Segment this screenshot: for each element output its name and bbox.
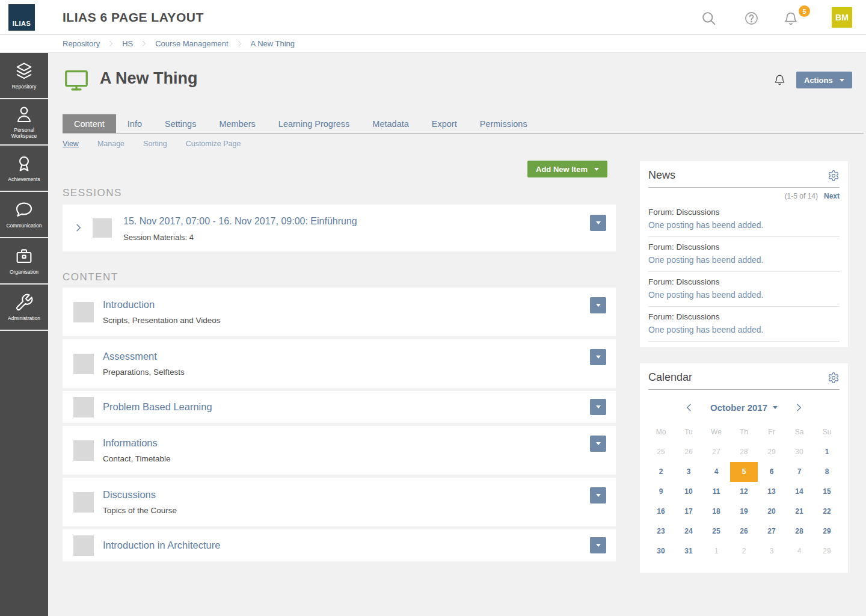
tab[interactable]: Permissions [468, 114, 539, 133]
calendar-day-cell[interactable]: 18 [702, 502, 730, 522]
content-title-link[interactable]: Introduction [103, 299, 221, 310]
calendar-day-cell[interactable]: 2 [647, 462, 675, 482]
calendar-day-cell[interactable]: 2 [730, 541, 758, 561]
user-avatar[interactable]: BM [832, 7, 852, 28]
content-title-link[interactable]: Discussions [103, 489, 177, 500]
breadcrumb-item-course-management[interactable]: Course Management [155, 39, 228, 48]
news-posting-link[interactable]: One posting has beend added. [648, 255, 840, 265]
content-title-link[interactable]: Problem Based Learning [103, 401, 212, 413]
sidebar-item[interactable]: Repository [0, 53, 48, 99]
help-icon[interactable] [744, 11, 759, 26]
calendar-day-header: Su [813, 422, 841, 442]
calendar-day-cell[interactable]: 12 [730, 482, 758, 502]
calendar-day-cell[interactable]: 29 [758, 442, 785, 462]
calendar-day-cell[interactable]: 31 [675, 541, 702, 561]
breadcrumb-item-repository[interactable]: Repository [63, 39, 100, 48]
calendar-day-cell[interactable]: 28 [785, 522, 813, 541]
subtab[interactable]: Customize Page [186, 140, 241, 148]
calendar-day-cell[interactable]: 29 [813, 541, 841, 561]
calendar-day-cell[interactable]: 16 [647, 502, 675, 522]
calendar-prev-month-icon[interactable] [684, 402, 694, 413]
search-icon[interactable] [701, 10, 717, 26]
calendar-day-cell[interactable]: 29 [813, 522, 841, 541]
tab[interactable]: Settings [153, 114, 207, 133]
breadcrumb-item-hs[interactable]: HS [122, 39, 133, 48]
calendar-day-cell[interactable]: 23 [647, 522, 675, 541]
news-next-link[interactable]: Next [824, 192, 840, 200]
tab[interactable]: Content [63, 114, 116, 133]
news-posting-link[interactable]: One posting has beend added. [648, 220, 840, 230]
calendar-month-selector[interactable]: October 2017 [710, 402, 778, 413]
news-posting-link[interactable]: One posting has beend added. [648, 290, 840, 300]
tab[interactable]: Export [420, 114, 468, 133]
calendar-day-cell[interactable]: 19 [730, 502, 758, 522]
calendar-day-cell[interactable]: 8 [813, 462, 841, 482]
calendar-day-cell[interactable]: 20 [758, 502, 785, 522]
calendar-day-cell[interactable]: 6 [758, 462, 785, 482]
subtab[interactable]: View [63, 140, 79, 148]
calendar-day-cell[interactable]: 30 [647, 541, 675, 561]
calendar-day-cell[interactable]: 24 [675, 522, 702, 541]
tab[interactable]: Learning Progress [267, 114, 361, 133]
actions-button[interactable]: Actions [796, 72, 852, 88]
content-dropdown-button[interactable] [590, 537, 606, 553]
calendar-day-cell[interactable]: 4 [702, 462, 730, 482]
sidebar-item[interactable]: Communication [0, 192, 48, 238]
calendar-day-cell[interactable]: 17 [675, 502, 702, 522]
calendar-day-cell[interactable]: 26 [675, 442, 702, 462]
subtab[interactable]: Manage [97, 140, 124, 148]
expand-chevron-icon[interactable] [73, 223, 84, 233]
content-title-link[interactable]: Assessment [103, 351, 185, 362]
notification-count-badge[interactable]: 5 [799, 5, 810, 17]
calendar-day-cell[interactable]: 15 [813, 482, 841, 502]
content-title-link[interactable]: Informations [103, 437, 171, 449]
calendar-day-cell[interactable]: 13 [758, 482, 785, 502]
calendar-next-month-icon[interactable] [794, 402, 804, 413]
content-dropdown-button[interactable] [590, 487, 606, 504]
calendar-day-cell[interactable]: 4 [785, 541, 813, 561]
calendar-day-cell[interactable]: 14 [785, 482, 813, 502]
session-dropdown-button[interactable] [590, 215, 606, 231]
gear-icon[interactable] [828, 170, 840, 182]
calendar-panel: Calendar October 2017 MoTuWeThFrSaSu 252… [640, 363, 848, 573]
content-dropdown-button[interactable] [590, 436, 606, 452]
calendar-day-cell[interactable]: 27 [758, 522, 785, 541]
content-dropdown-button[interactable] [590, 399, 606, 415]
sidebar-item[interactable]: Administration [0, 285, 48, 331]
content-title-link[interactable]: Introduction in Architecture [103, 540, 220, 551]
object-bell-icon[interactable] [773, 72, 786, 87]
calendar-day-cell[interactable]: 28 [730, 442, 758, 462]
calendar-day-cell[interactable]: 3 [758, 541, 785, 561]
tab[interactable]: Members [207, 114, 266, 133]
ilias-logo[interactable]: ILIAS [8, 4, 35, 31]
breadcrumb-item-current[interactable]: A New Thing [251, 39, 295, 48]
calendar-day-cell[interactable]: 21 [785, 502, 813, 522]
tab[interactable]: Metadata [361, 114, 420, 133]
calendar-day-cell[interactable]: 1 [702, 541, 730, 561]
calendar-day-cell[interactable]: 10 [675, 482, 702, 502]
sidebar-item[interactable]: Personal Workspace [0, 99, 48, 146]
calendar-day-cell[interactable]: 22 [813, 502, 841, 522]
gear-icon[interactable] [828, 372, 840, 384]
calendar-day-cell[interactable]: 1 [813, 442, 841, 462]
add-new-item-button[interactable]: Add New Item [527, 161, 607, 177]
calendar-day-cell[interactable]: 7 [785, 462, 813, 482]
calendar-day-cell[interactable]: 3 [675, 462, 702, 482]
calendar-day-cell[interactable]: 27 [702, 442, 730, 462]
calendar-day-cell[interactable]: 30 [785, 442, 813, 462]
calendar-day-cell[interactable]: 25 [647, 442, 675, 462]
news-posting-link[interactable]: One posting has beend added. [648, 325, 840, 334]
calendar-day-cell[interactable]: 5 [730, 462, 758, 482]
content-dropdown-button[interactable] [590, 349, 606, 365]
tab[interactable]: Info [116, 114, 153, 133]
session-title-link[interactable]: 15. Nov 2017, 07:00 - 16. Nov 2017, 09:0… [123, 216, 357, 227]
sidebar-item[interactable]: Achievements [0, 146, 48, 192]
content-dropdown-button[interactable] [590, 297, 606, 313]
calendar-day-cell[interactable]: 11 [702, 482, 730, 502]
calendar-day-cell[interactable]: 26 [730, 522, 758, 541]
calendar-day-cell[interactable]: 25 [702, 522, 730, 541]
calendar-day-cell[interactable]: 9 [647, 482, 675, 502]
subtab[interactable]: Sorting [143, 140, 167, 148]
notifications-bell-icon[interactable] [783, 10, 799, 26]
sidebar-item[interactable]: Organisation [0, 238, 48, 285]
